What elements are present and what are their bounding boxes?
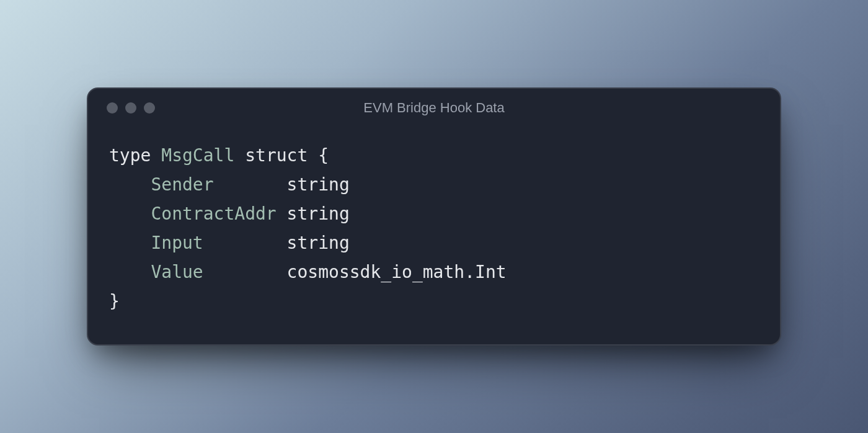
brace-close: } — [109, 291, 120, 311]
field-input-name: Input — [151, 233, 203, 253]
brace-open: { — [318, 145, 329, 166]
traffic-light-minimize-icon[interactable] — [125, 102, 136, 114]
keyword-struct: struct — [245, 145, 308, 166]
keyword-type: type — [109, 145, 151, 166]
field-input-type: string — [287, 233, 350, 253]
field-sender-type: string — [287, 174, 350, 195]
field-value-type-dot: . — [464, 262, 475, 282]
field-sender-name: Sender — [151, 174, 213, 195]
code-window: EVM Bridge Hook Data type MsgCall struct… — [87, 87, 781, 346]
field-value-type-pkg: cosmossdk_io_math — [287, 262, 465, 282]
traffic-lights — [107, 102, 155, 114]
window-titlebar: EVM Bridge Hook Data — [88, 89, 780, 122]
field-contractaddr-type: string — [287, 203, 350, 224]
window-title: EVM Bridge Hook Data — [88, 100, 780, 116]
traffic-light-close-icon[interactable] — [107, 102, 118, 114]
field-contractaddr-name: ContractAddr — [151, 203, 276, 224]
code-block: type MsgCall struct { Sender string Cont… — [88, 122, 780, 344]
struct-name: MsgCall — [161, 145, 234, 166]
field-value-name: Value — [151, 262, 203, 282]
traffic-light-zoom-icon[interactable] — [144, 102, 155, 114]
field-value-type-ident: Int — [475, 262, 507, 282]
